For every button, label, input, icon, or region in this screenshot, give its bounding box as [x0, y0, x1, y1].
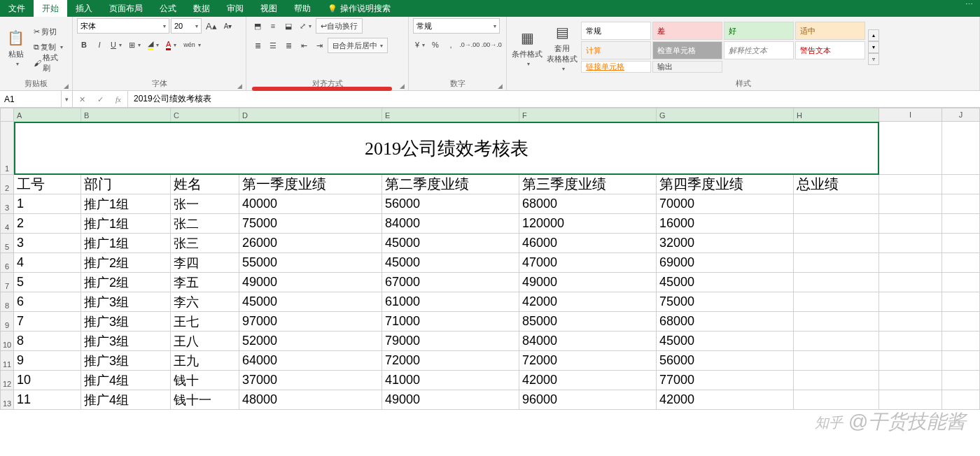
- row-header-6[interactable]: 6: [0, 253, 14, 273]
- row-header-8[interactable]: 8: [0, 292, 14, 312]
- cell[interactable]: 41000: [382, 371, 519, 390]
- border-button[interactable]: ⊞▾: [126, 38, 144, 52]
- phonetic-button[interactable]: wén▾: [181, 38, 204, 52]
- cell[interactable]: 45000: [239, 292, 382, 312]
- tab-page-layout[interactable]: 页面布局: [101, 0, 151, 17]
- tab-review[interactable]: 审阅: [218, 0, 252, 17]
- cell[interactable]: [794, 332, 879, 351]
- cell[interactable]: 3: [14, 234, 81, 253]
- cell[interactable]: [794, 351, 879, 371]
- cell[interactable]: [942, 194, 980, 214]
- cell[interactable]: 推广4组: [81, 390, 171, 410]
- cell-style-6[interactable]: 解释性文本: [724, 41, 794, 59]
- confirm-entry-button[interactable]: ✓: [91, 91, 109, 108]
- col-header-G[interactable]: G: [657, 108, 794, 123]
- cell[interactable]: 56000: [657, 351, 794, 371]
- cell[interactable]: 68000: [657, 312, 794, 332]
- cell-style-2[interactable]: 好: [724, 22, 794, 40]
- tab-help[interactable]: 帮助: [286, 0, 319, 17]
- cell[interactable]: 王八: [171, 332, 239, 351]
- col-header-A[interactable]: A: [14, 108, 81, 123]
- decrease-indent-button[interactable]: ⇤: [297, 38, 311, 52]
- bold-button[interactable]: B: [77, 38, 91, 52]
- font-size-select[interactable]: 20▾: [171, 18, 202, 34]
- cell[interactable]: 79000: [382, 332, 519, 351]
- cell[interactable]: 45000: [382, 253, 519, 273]
- cell[interactable]: [794, 273, 879, 292]
- row-header-10[interactable]: 10: [0, 332, 14, 351]
- accounting-format-button[interactable]: ¥▾: [413, 38, 427, 52]
- cell[interactable]: 推广3组: [81, 292, 171, 312]
- tell-me-search[interactable]: 💡 操作说明搜索: [319, 0, 399, 17]
- cell[interactable]: [879, 371, 942, 390]
- cell[interactable]: 李四: [171, 253, 239, 273]
- cell[interactable]: [794, 194, 879, 214]
- align-top-button[interactable]: ⬒: [251, 19, 265, 33]
- cell-style-7[interactable]: 警告文本: [795, 41, 865, 59]
- cell[interactable]: [942, 234, 980, 253]
- gallery-up-button[interactable]: ▴: [868, 29, 879, 41]
- cell[interactable]: 2: [14, 214, 81, 234]
- cell[interactable]: 68000: [519, 194, 657, 214]
- header-cell[interactable]: 第四季度业绩: [657, 175, 794, 194]
- cell-style-0[interactable]: 常规: [581, 22, 651, 40]
- dialog-launcher-icon[interactable]: ◢: [496, 80, 504, 89]
- font-name-select[interactable]: 宋体▾: [77, 18, 169, 34]
- cell[interactable]: 推广4组: [81, 371, 171, 390]
- cell[interactable]: [879, 312, 942, 332]
- cell-style-5[interactable]: 检查单元格: [652, 41, 722, 59]
- insert-function-button[interactable]: fx: [109, 91, 127, 108]
- col-header-J[interactable]: J: [942, 108, 980, 122]
- cell[interactable]: 69000: [657, 253, 794, 273]
- cell[interactable]: 49000: [239, 273, 382, 292]
- cell[interactable]: 11: [14, 390, 81, 410]
- cell[interactable]: 61000: [382, 292, 519, 312]
- cell[interactable]: 7: [14, 312, 81, 332]
- cell[interactable]: [942, 371, 980, 390]
- cell[interactable]: 李五: [171, 273, 239, 292]
- row-header-2[interactable]: 2: [0, 175, 14, 194]
- col-header-D[interactable]: D: [239, 108, 382, 123]
- cancel-entry-button[interactable]: ✕: [73, 91, 91, 108]
- cell[interactable]: 推广2组: [81, 273, 171, 292]
- cell[interactable]: [942, 332, 980, 351]
- cell[interactable]: 75000: [239, 214, 382, 234]
- cell[interactable]: 77000: [657, 371, 794, 390]
- underline-button[interactable]: U▾: [108, 38, 125, 52]
- align-middle-button[interactable]: ≡: [266, 19, 280, 33]
- tab-view[interactable]: 视图: [252, 0, 286, 17]
- share-button[interactable]: ⋯: [958, 0, 980, 17]
- col-header-B[interactable]: B: [81, 108, 171, 123]
- cell[interactable]: 42000: [519, 371, 657, 390]
- cell[interactable]: 46000: [519, 234, 657, 253]
- cell[interactable]: [942, 351, 980, 371]
- cell-style-1[interactable]: 差: [652, 22, 722, 40]
- cell[interactable]: 8: [14, 332, 81, 351]
- cell[interactable]: 9: [14, 351, 81, 371]
- shrink-font-button[interactable]: A▾: [221, 19, 235, 33]
- row-header-7[interactable]: 7: [0, 273, 14, 292]
- conditional-format-button[interactable]: ▦ 条件格式▾: [511, 28, 543, 67]
- cell[interactable]: 49000: [382, 390, 519, 410]
- col-header-F[interactable]: F: [519, 108, 657, 123]
- cell[interactable]: [942, 390, 980, 410]
- cell[interactable]: 王九: [171, 351, 239, 371]
- cell[interactable]: 49000: [519, 273, 657, 292]
- cell[interactable]: [942, 312, 980, 332]
- cell[interactable]: 42000: [519, 292, 657, 312]
- cell[interactable]: 钱十一: [171, 390, 239, 410]
- cell[interactable]: 1: [14, 194, 81, 214]
- select-all-corner[interactable]: [0, 108, 14, 122]
- percent-style-button[interactable]: %: [428, 38, 442, 52]
- cell[interactable]: 张二: [171, 214, 239, 234]
- dialog-launcher-icon[interactable]: ◢: [62, 80, 70, 89]
- format-as-table-button[interactable]: ▤ 套用 表格格式▾: [546, 22, 578, 72]
- dialog-launcher-icon[interactable]: ◢: [398, 80, 406, 89]
- cell[interactable]: 70000: [657, 194, 794, 214]
- cell[interactable]: 120000: [519, 214, 657, 234]
- cell[interactable]: [879, 122, 942, 175]
- header-cell[interactable]: 总业绩: [794, 175, 879, 194]
- cell[interactable]: 张一: [171, 194, 239, 214]
- name-box-dropdown[interactable]: ▾: [62, 91, 73, 107]
- cell[interactable]: [794, 390, 879, 410]
